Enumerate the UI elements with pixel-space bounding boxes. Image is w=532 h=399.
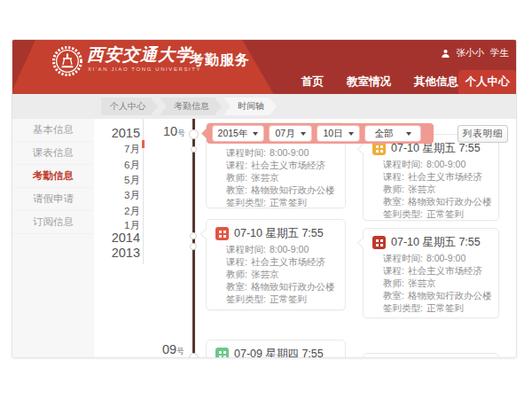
axis-year-2013[interactable]: 2013 xyxy=(12,246,140,260)
nav-home[interactable]: 首页 xyxy=(301,74,324,90)
day-marker-10: 10号 xyxy=(163,124,185,139)
university-logo-icon xyxy=(51,45,83,77)
axis-month-jul[interactable]: 7月 xyxy=(12,143,140,156)
user-icon xyxy=(441,49,450,59)
university-name-cn: 西安交通大学 xyxy=(87,43,193,66)
user-info[interactable]: 张小小 学生 xyxy=(441,47,510,59)
attendance-card-partial[interactable] xyxy=(363,353,499,358)
chevron-down-icon xyxy=(348,132,354,136)
attendance-card[interactable]: 07-10 星期五 7:55 课程时间:8:00-9:00 课程:社会主义市场经… xyxy=(363,228,499,318)
signin-badge-icon xyxy=(372,236,386,249)
university-name-en: XI'AN JIAO TONG UNIVERSITY xyxy=(88,66,201,72)
breadcrumb: 个人中心 考勤信息 时间轴 xyxy=(101,98,277,115)
breadcrumb-personal-center[interactable]: 个人中心 xyxy=(101,98,158,115)
axis-month-may[interactable]: 5月 xyxy=(12,174,140,187)
scope-select[interactable]: 全部 xyxy=(365,126,420,141)
user-role: 学生 xyxy=(490,47,509,59)
month-select[interactable]: 07月 xyxy=(270,126,311,141)
breadcrumb-bar: 个人中心 考勤信息 时间轴 xyxy=(12,94,517,119)
nav-classrooms[interactable]: 教室情况 xyxy=(347,74,391,90)
app-window: 西安交通大学 XI'AN JIAO TONG UNIVERSITY 考勤服务 张… xyxy=(12,39,517,358)
timeline-node xyxy=(189,129,199,139)
timeline-node xyxy=(190,232,197,239)
timeline-node xyxy=(191,146,197,153)
chevron-down-icon xyxy=(301,132,306,136)
attendance-card[interactable]: 07-10 星期五 7:55 课程时间:8:00-9:00 课程:社会主义市场经… xyxy=(363,134,499,221)
signin-badge-icon xyxy=(215,227,229,240)
day-select[interactable]: 10日 xyxy=(317,126,359,141)
app-title: 考勤服务 xyxy=(190,51,250,70)
axis-month-mar[interactable]: 3月 xyxy=(12,189,140,202)
main-nav: 首页 教室情况 其他信息 xyxy=(301,70,458,94)
attendance-card[interactable]: 07-10 星期五 7:55 课程时间:8:00-9:00 课程:社会主义市场经… xyxy=(206,219,346,310)
app-header: 西安交通大学 XI'AN JIAO TONG UNIVERSITY 考勤服务 张… xyxy=(12,40,517,94)
current-month-marker xyxy=(142,140,145,148)
timeline-node xyxy=(190,243,197,250)
axis-month-feb[interactable]: 2月 xyxy=(12,205,140,218)
axis-year-2015[interactable]: 2015 xyxy=(12,127,140,140)
chevron-down-icon xyxy=(253,132,258,136)
attendance-card[interactable]: 07-09 星期四 7:55 xyxy=(206,340,346,358)
page: 西安交通大学 XI'AN JIAO TONG UNIVERSITY 考勤服务 张… xyxy=(0,0,532,399)
date-filter-bar: 2015年 07月 10日 全部 xyxy=(207,123,434,144)
breadcrumb-attendance-info[interactable]: 考勤信息 xyxy=(160,98,222,115)
year-select[interactable]: 2015年 xyxy=(213,126,263,141)
signin-badge-icon xyxy=(215,348,229,359)
user-name: 张小小 xyxy=(457,47,485,59)
breadcrumb-timeline[interactable]: 时间轴 xyxy=(223,98,277,115)
chevron-down-icon xyxy=(406,132,411,136)
day-marker-09: 09号 xyxy=(162,342,184,357)
timeline-node xyxy=(189,353,199,358)
nav-other-info[interactable]: 其他信息 xyxy=(414,74,458,90)
header-corner-band xyxy=(12,40,39,93)
nav-personal-center-active-tab[interactable]: 个人中心 xyxy=(458,70,516,94)
axis-year-2014[interactable]: 2014 xyxy=(12,231,140,245)
list-detail-button[interactable]: 列表明细 xyxy=(458,125,508,143)
axis-month-jun[interactable]: 6月 xyxy=(12,159,140,172)
